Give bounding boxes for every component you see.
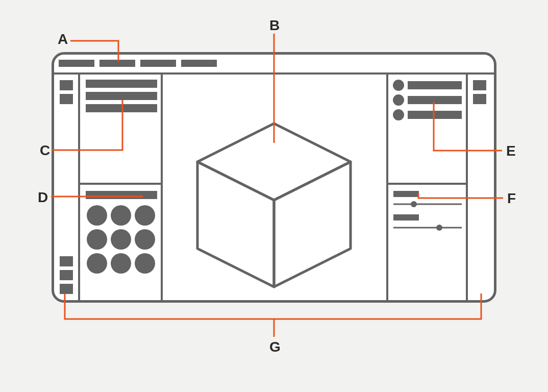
swatch[interactable] bbox=[135, 253, 155, 274]
list-bullet bbox=[393, 94, 404, 106]
callout-label-D: D bbox=[38, 190, 48, 205]
left-panel-list bbox=[86, 80, 157, 112]
callout-label-F: F bbox=[507, 191, 516, 206]
rail-button[interactable] bbox=[60, 80, 73, 90]
list-item[interactable] bbox=[408, 81, 462, 89]
callout-label-E: E bbox=[506, 144, 516, 158]
list-item[interactable] bbox=[86, 92, 157, 100]
slider-thumb[interactable] bbox=[411, 201, 417, 207]
callout-label-G: G bbox=[269, 340, 281, 354]
list-bullet bbox=[393, 80, 404, 91]
swatch[interactable] bbox=[135, 205, 155, 226]
callout-label-C: C bbox=[40, 143, 50, 158]
rail-button[interactable] bbox=[60, 256, 73, 266]
menu-item[interactable] bbox=[140, 60, 176, 67]
swatch[interactable] bbox=[111, 253, 131, 274]
menu-item[interactable] bbox=[99, 60, 135, 67]
rail-button[interactable] bbox=[60, 94, 73, 104]
menu-item[interactable] bbox=[59, 60, 94, 67]
right-panel-list bbox=[393, 80, 462, 120]
swatch[interactable] bbox=[111, 229, 131, 250]
swatch[interactable] bbox=[87, 253, 107, 274]
swatch[interactable] bbox=[87, 229, 107, 250]
list-bullet bbox=[393, 109, 404, 120]
property-label bbox=[393, 214, 419, 220]
callout-label-A: A bbox=[58, 32, 68, 46]
list-item[interactable] bbox=[86, 104, 157, 112]
property-label bbox=[393, 191, 419, 197]
rail-button[interactable] bbox=[473, 80, 486, 90]
slider-thumb[interactable] bbox=[436, 225, 442, 231]
left-rail-bottom bbox=[60, 256, 73, 294]
rail-button[interactable] bbox=[60, 284, 73, 294]
callout-label-B: B bbox=[269, 18, 280, 33]
swatch[interactable] bbox=[87, 205, 107, 226]
rail-button[interactable] bbox=[473, 94, 486, 104]
list-item[interactable] bbox=[408, 111, 462, 119]
swatch[interactable] bbox=[135, 229, 155, 250]
menu-item[interactable] bbox=[181, 60, 217, 67]
asset-panel-header[interactable] bbox=[86, 191, 157, 199]
window-wireframe bbox=[52, 52, 496, 303]
rail-button[interactable] bbox=[60, 270, 73, 280]
swatch[interactable] bbox=[111, 205, 131, 226]
list-item[interactable] bbox=[86, 80, 157, 88]
list-item[interactable] bbox=[408, 96, 462, 104]
diagram-stage: A B C D E F G bbox=[0, 0, 548, 392]
asset-swatches bbox=[87, 205, 155, 274]
